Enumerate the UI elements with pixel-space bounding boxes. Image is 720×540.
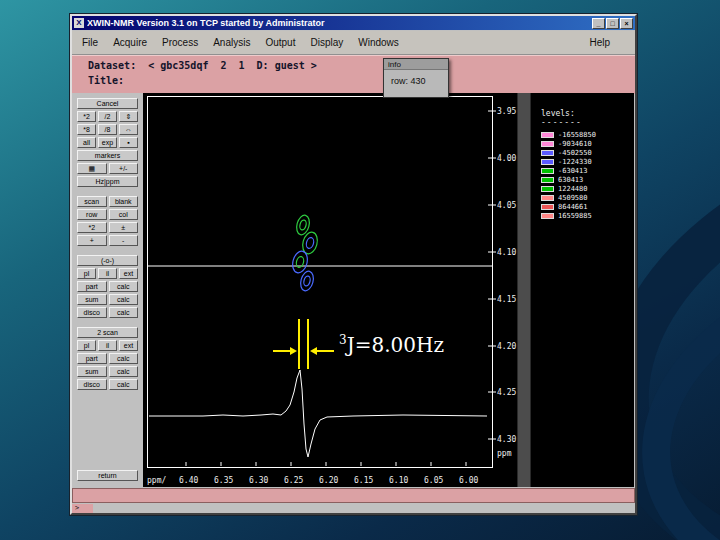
tool-row: +- [77,235,138,246]
tool-row: plilext [77,268,138,279]
levels-divider: ------- [541,118,634,127]
tool-button-icon[interactable]: ⇕ [119,111,138,122]
menu-item-help[interactable]: Help [589,37,610,48]
tool-button-sum[interactable]: sum [77,366,107,377]
level-entry: -4502550 [541,148,634,157]
maximize-button[interactable]: □ [606,18,619,29]
tool-row: markers [77,150,138,161]
tool-button-part[interactable]: part [77,353,107,364]
tool-button-2[interactable]: /2 [98,111,117,122]
menu-item-analysis[interactable]: Analysis [213,37,250,48]
tool-button-cancel[interactable]: Cancel [77,98,138,109]
tool-button-pl[interactable]: pl [77,340,96,351]
tool-button-col[interactable]: col [109,209,139,220]
panel-separator [517,93,531,487]
dataset-line: Dataset: < gbc35dqf 2 1 D: guest > [72,56,635,71]
x-axis-unit: ppm/ [147,476,166,485]
tool-button-2-scan[interactable]: 2 scan [77,327,138,338]
xwinnmr-window: X XWIN-NMR Version 3.1 on TCP started by… [70,14,637,515]
menu-item-windows[interactable]: Windows [358,37,399,48]
tool-button-calc[interactable]: calc [109,366,139,377]
tool-button-icon[interactable]: +/- [109,163,139,174]
tool-panel: Cancel*2/2⇕*8/8⇔allexp▪markers▦+/-Hz|ppm… [72,93,143,487]
tool-button-calc[interactable]: calc [109,307,139,318]
tool-button-icon[interactable]: + [77,235,107,246]
level-entry: 630413 [541,175,634,184]
levels-title: levels: [541,109,634,118]
tool-button-calc[interactable]: calc [109,294,139,305]
level-swatch [541,177,554,183]
spectrum-plot[interactable]: 3.954.004.054.104.154.204.254.30 6.406.3… [143,93,517,487]
level-entry: 8644661 [541,202,634,211]
tool-row: rowcol [77,209,138,220]
annotation-text: J=8.00Hz [347,333,444,357]
tool-button-il[interactable]: il [98,268,117,279]
tool-row: partcalc [77,281,138,292]
title-bar[interactable]: X XWIN-NMR Version 3.1 on TCP started by… [72,16,635,30]
menu-bar: FileAcquireProcessAnalysisOutputDisplayW… [72,31,635,55]
tool-button-o[interactable]: (-o-) [77,255,138,266]
level-value: -630413 [558,167,588,175]
levels-list: -16558850-9034610-4502550-1224330-630413… [541,130,634,220]
tool-button-8[interactable]: *8 [77,124,96,135]
command-line[interactable]: > [72,504,93,513]
menu-item-acquire[interactable]: Acquire [113,37,147,48]
spectrum-trace [149,370,487,457]
tool-button-markers[interactable]: markers [77,150,138,161]
level-entry: 16559885 [541,211,634,220]
level-swatch [541,159,554,165]
tool-row: Cancel [77,98,138,109]
tool-row: return [77,470,138,481]
title-label: Title: [88,75,124,86]
tool-row: 2 scan [77,327,138,338]
tool-button-exp[interactable]: exp [98,137,117,148]
x-axis-ticks [186,462,466,466]
presentation-slide: X XWIN-NMR Version 3.1 on TCP started by… [0,0,720,540]
tool-button-icon[interactable]: - [109,235,139,246]
minimize-button[interactable]: _ [592,18,605,29]
y-axis-ticks [488,111,496,439]
tool-button-icon[interactable]: ▪ [119,137,138,148]
tool-button-all[interactable]: all [77,137,96,148]
close-button[interactable]: × [620,18,633,29]
dataset-label: Dataset: [88,60,136,71]
tool-button-il[interactable]: il [98,340,117,351]
tool-button-calc[interactable]: calc [109,281,139,292]
level-swatch [541,186,554,192]
tool-button-row[interactable]: row [77,209,107,220]
tool-button-disco[interactable]: disco [77,379,107,390]
title-line: Title: [72,71,635,86]
menu-item-file[interactable]: File [82,37,98,48]
tool-button-icon[interactable]: ▦ [77,163,107,174]
info-popup[interactable]: info row: 430 [383,58,449,98]
tool-button-disco[interactable]: disco [77,307,107,318]
level-entry: -16558850 [541,130,634,139]
tool-button-icon[interactable]: ⇔ [119,124,138,135]
tool-button-2[interactable]: *2 [77,111,96,122]
tool-button-part[interactable]: part [77,281,107,292]
menu-item-display[interactable]: Display [310,37,343,48]
levels-panel: levels: ------- -16558850-9034610-450255… [531,93,634,487]
tool-row: discocalc [77,379,138,390]
tool-button-calc[interactable]: calc [109,379,139,390]
tool-button-calc[interactable]: calc [109,353,139,364]
level-value: -9034610 [558,140,592,148]
level-value: 630413 [558,176,583,184]
tool-button-return[interactable]: return [77,470,138,481]
tool-button-8[interactable]: /8 [98,124,117,135]
tool-button-pl[interactable]: pl [77,268,96,279]
menu-item-process[interactable]: Process [162,37,198,48]
level-swatch [541,141,554,147]
tool-button-blank[interactable]: blank [109,196,139,207]
level-entry: 1224480 [541,184,634,193]
tool-button-icon[interactable]: ± [109,222,139,233]
level-entry: -1224330 [541,157,634,166]
tool-button-2[interactable]: *2 [77,222,107,233]
menu-item-output[interactable]: Output [265,37,295,48]
tool-button-ext[interactable]: ext [119,268,138,279]
tool-button-scan[interactable]: scan [77,196,107,207]
tool-button-sum[interactable]: sum [77,294,107,305]
tool-button-hz-ppm[interactable]: Hz|ppm [77,176,138,187]
level-swatch [541,204,554,210]
tool-button-ext[interactable]: ext [119,340,138,351]
